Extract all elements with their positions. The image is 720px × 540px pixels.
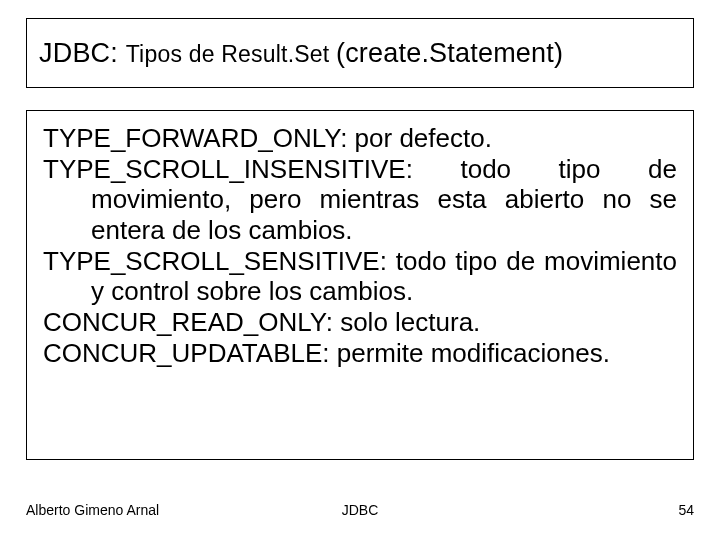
body-box: TYPE_FORWARD_ONLY: por defecto. TYPE_SCR… [26, 110, 694, 460]
title-paren: (create.Statement) [336, 38, 563, 68]
body-p1: TYPE_FORWARD_ONLY: por defecto. [43, 123, 677, 154]
body-p2: TYPE_SCROLL_INSENSITIVE: todo tipo de mo… [43, 154, 677, 246]
title-sub: Tipos de Result.Set [126, 41, 336, 67]
body-p4: CONCUR_READ_ONLY: solo lectura. [43, 307, 677, 338]
slide: JDBC: Tipos de Result.Set (create.Statem… [0, 0, 720, 540]
body-p5: CONCUR_UPDATABLE: permite modificaciones… [43, 338, 677, 369]
footer-topic: JDBC [26, 502, 694, 518]
slide-title: JDBC: Tipos de Result.Set (create.Statem… [39, 38, 563, 69]
title-box: JDBC: Tipos de Result.Set (create.Statem… [26, 18, 694, 88]
title-main: JDBC: [39, 38, 126, 68]
body-p3: TYPE_SCROLL_SENSITIVE: todo tipo de movi… [43, 246, 677, 307]
footer-page: 54 [678, 502, 694, 518]
